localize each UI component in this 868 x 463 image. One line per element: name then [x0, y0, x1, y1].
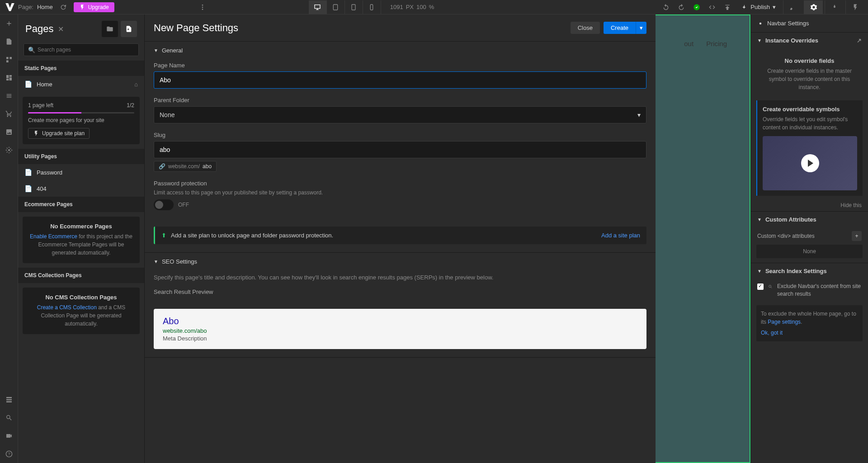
search-pages-input[interactable]: [24, 43, 139, 56]
components-tool[interactable]: [0, 51, 18, 69]
page-settings-link[interactable]: Page settings: [768, 319, 801, 325]
cms-tool[interactable]: [0, 87, 18, 105]
status-check-icon: [690, 0, 703, 14]
serp-title: Abo: [163, 316, 637, 326]
serp-preview-label: Search Result Preview: [154, 288, 646, 295]
assets-tool[interactable]: [0, 123, 18, 141]
export-icon[interactable]: [721, 0, 734, 14]
ecommerce-tool[interactable]: [0, 105, 18, 123]
page-name-input[interactable]: [154, 71, 646, 89]
close-button[interactable]: Close: [571, 22, 600, 34]
viewport-unit: PX: [406, 4, 414, 10]
instance-overrides-header: Instance Overrides: [765, 37, 818, 44]
serp-url: website.com/abo: [163, 327, 637, 334]
create-button[interactable]: Create: [604, 22, 636, 34]
custom-div-label: Custom <div> attributes: [757, 233, 815, 239]
rocket-icon: [741, 4, 748, 10]
upgrade-button[interactable]: Upgrade: [74, 2, 114, 12]
seo-section-toggle[interactable]: ▼ SEO Settings: [145, 253, 656, 270]
create-dropdown[interactable]: ▾: [636, 22, 646, 34]
password-protection-label: Password protection: [154, 180, 646, 187]
play-button[interactable]: [801, 154, 819, 172]
external-link-icon[interactable]: ↗: [857, 37, 862, 44]
slug-input[interactable]: [154, 141, 646, 158]
publish-button[interactable]: Publish ▾: [736, 4, 781, 10]
hide-this-link[interactable]: Hide this: [751, 199, 868, 211]
undo-icon[interactable]: [659, 0, 673, 14]
style-tool[interactable]: [825, 0, 844, 14]
device-mobile[interactable]: [363, 0, 381, 14]
home-icon: ⌂: [134, 81, 138, 88]
svg-text:?: ?: [8, 452, 10, 456]
project-settings-tool[interactable]: [0, 141, 18, 159]
svg-point-1: [202, 6, 203, 8]
canvas-nav-about[interactable]: out: [684, 40, 693, 47]
brush-tool[interactable]: [783, 0, 802, 14]
navigator-tool[interactable]: [0, 69, 18, 87]
link-icon: 🔗: [159, 163, 165, 170]
page-icon: 📄: [24, 169, 32, 176]
new-folder-button[interactable]: [102, 21, 118, 37]
svg-point-13: [769, 285, 771, 288]
caret-down-icon: ▼: [757, 269, 762, 274]
svg-rect-4: [352, 5, 355, 10]
utility-pages-header: Utility Pages: [18, 149, 144, 164]
video-tool[interactable]: [0, 427, 18, 445]
upgrade-arrow-icon: ⬆: [161, 232, 166, 239]
upgrade-site-plan-button[interactable]: Upgrade site plan: [28, 128, 90, 139]
svg-rect-9: [6, 60, 9, 62]
no-override-title: No override fields: [762, 57, 857, 64]
canvas-nav-pricing[interactable]: Pricing: [706, 40, 727, 47]
svg-rect-8: [9, 57, 12, 59]
add-attribute-button[interactable]: +: [852, 231, 862, 241]
interactions-tool[interactable]: [845, 0, 864, 14]
add-site-plan-link[interactable]: Add a site plan: [601, 232, 640, 239]
general-section-toggle[interactable]: ▼ General: [145, 42, 656, 59]
tutorial-video[interactable]: [763, 136, 857, 190]
search-index-header: Search Index Settings: [765, 268, 827, 274]
static-pages-header: Static Pages: [18, 61, 144, 76]
slug-label: Slug: [154, 132, 646, 138]
quota-count: 1/2: [127, 102, 134, 109]
audit-tool[interactable]: [0, 391, 18, 409]
password-toggle[interactable]: [154, 199, 174, 210]
current-page-name: Home: [37, 4, 53, 10]
redo-icon[interactable]: [675, 0, 688, 14]
exclude-text: Exclude Navbar's content from site searc…: [777, 283, 862, 298]
canvas-preview[interactable]: out Pricing: [656, 14, 750, 463]
password-toggle-state: OFF: [178, 202, 189, 208]
refresh-icon[interactable]: [57, 0, 70, 14]
code-icon[interactable]: [705, 0, 719, 14]
chevron-down-icon: ▾: [637, 111, 641, 118]
page-item-password[interactable]: 📄 Password: [18, 164, 144, 180]
exclude-checkbox[interactable]: [757, 283, 764, 290]
settings-tool[interactable]: [804, 0, 823, 14]
page-item-home[interactable]: 📄 Home ⌂: [18, 76, 144, 92]
device-tablet[interactable]: [327, 0, 345, 14]
help-tool[interactable]: ?: [0, 445, 18, 463]
enable-ecommerce-link[interactable]: Enable Ecommerce: [30, 233, 77, 240]
svg-rect-3: [334, 5, 338, 10]
settings-title: New Page Settings: [154, 22, 238, 34]
page-quota-box: 1 page left 1/2 Create more pages for yo…: [23, 97, 140, 144]
new-page-button[interactable]: [121, 21, 137, 37]
page-item-404[interactable]: 📄 404: [18, 180, 144, 197]
menu-dots-icon[interactable]: [196, 0, 209, 14]
gear-icon: [757, 20, 764, 27]
create-cms-collection-link[interactable]: Create a CMS Collection: [37, 304, 97, 311]
slug-preview: 🔗 website.com/abo: [154, 161, 217, 172]
search-tool[interactable]: [0, 409, 18, 427]
viewport-width: 1091: [390, 4, 403, 10]
ok-got-it-link[interactable]: Ok, got it: [761, 330, 783, 336]
pages-tool[interactable]: [0, 33, 18, 51]
device-desktop[interactable]: [309, 0, 327, 14]
parent-folder-select[interactable]: None ▾: [154, 106, 646, 123]
chevron-down-icon: ▾: [773, 4, 776, 10]
add-element-tool[interactable]: [0, 14, 18, 33]
navbar-settings-label: Navbar Settings: [767, 20, 809, 27]
search-icon: 🔍: [28, 47, 35, 53]
close-pages-panel[interactable]: ✕: [58, 25, 64, 33]
device-tablet-portrait[interactable]: [345, 0, 363, 14]
webflow-logo[interactable]: [5, 3, 14, 11]
no-override-desc: Create override fields in the master sym…: [762, 67, 857, 91]
